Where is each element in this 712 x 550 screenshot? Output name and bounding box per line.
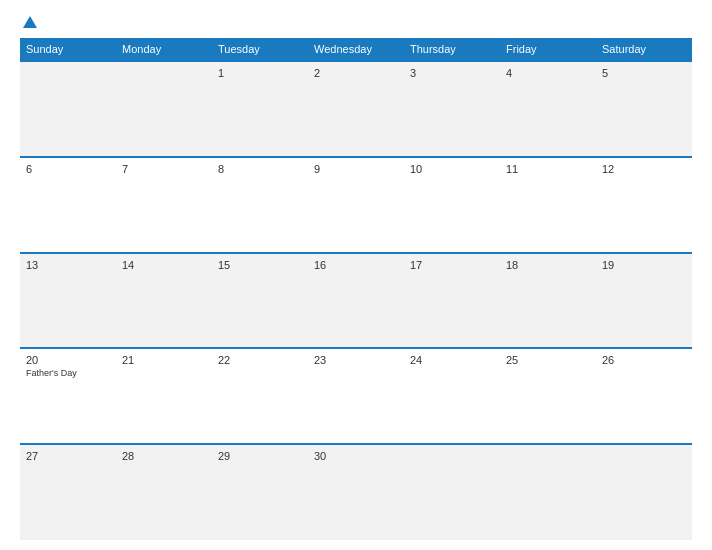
calendar-cell: 25 [500,348,596,444]
day-number: 21 [122,354,206,366]
day-number: 4 [506,67,590,79]
day-number: 10 [410,163,494,175]
calendar-week-row: 12345 [20,61,692,157]
calendar-cell: 19 [596,253,692,349]
calendar-cell [500,444,596,540]
weekday-header-tuesday: Tuesday [212,38,308,61]
calendar-cell [404,444,500,540]
logo [20,18,37,28]
logo-triangle-icon [23,16,37,28]
day-number: 5 [602,67,686,79]
calendar-cell: 22 [212,348,308,444]
day-number: 11 [506,163,590,175]
day-number: 1 [218,67,302,79]
calendar-cell: 29 [212,444,308,540]
calendar-cell: 17 [404,253,500,349]
day-number: 3 [410,67,494,79]
calendar-week-row: 20Father's Day212223242526 [20,348,692,444]
calendar-cell [596,444,692,540]
day-number: 22 [218,354,302,366]
calendar-header [20,18,692,28]
calendar-cell: 6 [20,157,116,253]
calendar-week-row: 27282930 [20,444,692,540]
weekday-header-saturday: Saturday [596,38,692,61]
calendar-cell: 1 [212,61,308,157]
day-number: 9 [314,163,398,175]
day-number: 29 [218,450,302,462]
holiday-label: Father's Day [26,368,110,378]
calendar-table: SundayMondayTuesdayWednesdayThursdayFrid… [20,38,692,540]
weekday-header-wednesday: Wednesday [308,38,404,61]
logo-general [20,18,37,28]
day-number: 7 [122,163,206,175]
calendar-cell: 20Father's Day [20,348,116,444]
calendar-cell: 8 [212,157,308,253]
weekday-header-row: SundayMondayTuesdayWednesdayThursdayFrid… [20,38,692,61]
day-number: 27 [26,450,110,462]
day-number: 16 [314,259,398,271]
calendar-cell: 14 [116,253,212,349]
calendar-week-row: 6789101112 [20,157,692,253]
weekday-header-sunday: Sunday [20,38,116,61]
calendar-cell: 26 [596,348,692,444]
day-number: 15 [218,259,302,271]
calendar-cell: 2 [308,61,404,157]
calendar-cell: 30 [308,444,404,540]
calendar-cell: 3 [404,61,500,157]
calendar-cell: 16 [308,253,404,349]
day-number: 28 [122,450,206,462]
weekday-header-monday: Monday [116,38,212,61]
day-number: 8 [218,163,302,175]
calendar-body: 1234567891011121314151617181920Father's … [20,61,692,540]
calendar-cell: 28 [116,444,212,540]
day-number: 24 [410,354,494,366]
calendar-cell: 24 [404,348,500,444]
day-number: 12 [602,163,686,175]
day-number: 13 [26,259,110,271]
day-number: 2 [314,67,398,79]
calendar-week-row: 13141516171819 [20,253,692,349]
calendar-cell: 18 [500,253,596,349]
calendar-cell: 5 [596,61,692,157]
calendar-cell: 10 [404,157,500,253]
calendar-cell: 12 [596,157,692,253]
day-number: 23 [314,354,398,366]
day-number: 30 [314,450,398,462]
calendar-cell: 7 [116,157,212,253]
day-number: 18 [506,259,590,271]
calendar-cell: 11 [500,157,596,253]
day-number: 25 [506,354,590,366]
calendar-cell [116,61,212,157]
day-number: 17 [410,259,494,271]
day-number: 19 [602,259,686,271]
weekday-header-thursday: Thursday [404,38,500,61]
calendar-cell: 23 [308,348,404,444]
calendar-page: SundayMondayTuesdayWednesdayThursdayFrid… [0,0,712,550]
calendar-cell [20,61,116,157]
calendar-cell: 13 [20,253,116,349]
day-number: 26 [602,354,686,366]
day-number: 6 [26,163,110,175]
day-number: 14 [122,259,206,271]
calendar-cell: 4 [500,61,596,157]
calendar-cell: 9 [308,157,404,253]
calendar-cell: 21 [116,348,212,444]
calendar-cell: 27 [20,444,116,540]
weekday-header-friday: Friday [500,38,596,61]
calendar-cell: 15 [212,253,308,349]
day-number: 20 [26,354,110,366]
